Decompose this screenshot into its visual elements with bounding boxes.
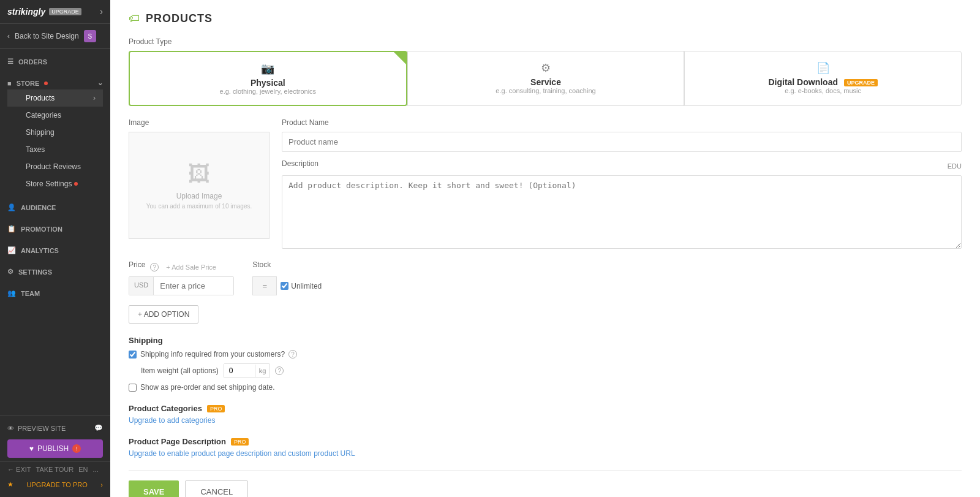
preview-label: PREVIEW SITE [18,425,66,432]
bottom-actions: SAVE CANCEL [129,470,962,497]
sidebar-item-taxes[interactable]: Taxes [7,141,103,158]
add-sale-price-link[interactable]: + Add Sale Price [166,264,216,271]
product-type-section: Product Type 📷 Physical e.g. clothing, j… [129,37,962,106]
publish-button[interactable]: ♥ PUBLISH ! [7,439,103,458]
main-content: 🏷 PRODUCTS Product Type 📷 Physical e.g. … [110,0,980,497]
product-page-desc-section: Product Page Description PRO Upgrade to … [129,437,962,458]
tag-icon: 🏷 [129,12,140,25]
publish-label: PUBLISH [37,444,69,453]
stock-equals [252,276,277,295]
unlimited-label: Unlimited [291,282,322,290]
more-icon[interactable]: ... [93,466,99,473]
product-type-digital[interactable]: 📄 Digital Download UPGRADE e.g. e-books,… [684,51,962,106]
nav-section-promotion: 📋 PROMOTION [0,216,110,238]
upload-icon: 🖼 [188,161,210,187]
avatar: S [84,30,96,42]
preorder-checkbox[interactable] [129,384,137,392]
sidebar-item-team[interactable]: 👥 TEAM [7,287,103,300]
weight-input[interactable] [224,364,255,377]
orders-icon: ☰ [7,58,13,66]
shipping-required-checkbox[interactable] [129,351,137,359]
sidebar-collapse-icon[interactable]: › [100,6,103,17]
digital-name: Digital Download UPGRADE [695,77,951,87]
price-help-icon[interactable]: ? [150,263,159,271]
image-label: Image [129,118,270,127]
logo-text: strikingly [7,7,45,17]
shipping-help-icon[interactable]: ? [288,350,297,359]
description-label: Description [282,159,318,168]
product-categories-section: Product Categories PRO Upgrade to add ca… [129,404,962,425]
stock-input-wrapper: Unlimited [252,276,322,295]
weight-help-icon[interactable]: ? [275,366,284,375]
sidebar-item-product-reviews[interactable]: Product Reviews [7,158,103,175]
product-categories-upgrade-link[interactable]: Upgrade to add categories [129,416,215,425]
description-input[interactable] [282,175,962,249]
description-edit-link[interactable]: EDU [948,162,962,170]
shipping-required-label: Shipping info required from your custome… [140,350,285,359]
page-title: PRODUCTS [146,12,213,25]
chevron-left-icon: ‹ [7,32,10,40]
products-chevron-icon: › [93,94,96,102]
product-name-input[interactable] [282,132,962,152]
upgrade-pro-button[interactable]: ★ UPGRADE TO PRO › [0,477,110,492]
add-option-label: + ADD OPTION [138,310,189,319]
publish-badge: ! [72,444,81,453]
service-name: Service [418,77,674,87]
add-option-button[interactable]: + ADD OPTION [129,305,198,324]
unlimited-checkbox-label: Unlimited [281,282,322,290]
price-input-wrapper: USD [129,276,234,295]
sidebar-logo: strikingly UPGRADE [7,7,81,17]
product-type-service[interactable]: ⚙ Service e.g. consulting, training, coa… [407,51,685,106]
form-main-row: Image 🖼 Upload Image You can add a maxim… [129,118,962,251]
take-tour-link[interactable]: TAKE TOUR [36,466,74,473]
add-option-section: + ADD OPTION [129,305,962,324]
nav-section-orders: ☰ ORDERS [0,49,110,70]
star-icon: ★ [7,480,13,488]
digital-desc: e.g. e-books, docs, music [695,87,951,94]
sidebar-item-store-settings[interactable]: Store Settings [7,175,103,192]
product-type-physical[interactable]: 📷 Physical e.g. clothing, jewelry, elect… [129,51,407,106]
save-button[interactable]: SAVE [129,480,179,497]
sidebar: strikingly UPGRADE › ‹ Back to Site Desi… [0,0,110,497]
currency-prefix: USD [129,277,154,295]
upgrade-badge[interactable]: UPGRADE [49,8,81,15]
stock-section: Stock Unlimited [252,260,322,295]
product-page-desc-badge: PRO [231,438,249,446]
sidebar-item-audience[interactable]: 👤 AUDIENCE [7,201,103,214]
product-details-section: Product Name Description EDU [282,118,962,251]
product-type-selector: 📷 Physical e.g. clothing, jewelry, elect… [129,51,962,106]
back-to-site-label: Back to Site Design [15,32,79,40]
shipping-section: Shipping Shipping info required from you… [129,336,962,392]
physical-icon: 📷 [140,62,396,75]
sidebar-item-products[interactable]: Products › [7,89,103,107]
preview-site-button[interactable]: 👁 PREVIEW SITE 💬 [0,420,110,436]
product-type-label: Product Type [129,37,962,46]
cancel-button[interactable]: CANCEL [185,480,248,497]
language-selector[interactable]: EN [78,466,88,473]
unlimited-checkbox[interactable] [281,282,288,290]
product-page-desc-upgrade-link[interactable]: Upgrade to enable product page descripti… [129,449,355,458]
service-icon: ⚙ [418,61,674,75]
preview-icon: 👁 [7,425,14,432]
analytics-icon: 📈 [7,246,16,254]
sidebar-item-orders[interactable]: ☰ ORDERS [7,55,103,68]
weight-row: Item weight (all options) kg ? [129,363,962,378]
nav-section-analytics: 📈 ANALYTICS [0,238,110,259]
sidebar-item-store[interactable]: ■ STORE ⌄ [7,77,103,89]
exit-link[interactable]: ← EXIT [7,466,31,473]
price-input[interactable] [154,277,233,295]
promotion-icon: 📋 [7,225,16,233]
store-sub-nav: Products › Categories Shipping Taxes Pro… [7,89,103,192]
sidebar-item-promotion[interactable]: 📋 PROMOTION [7,222,103,235]
sidebar-item-settings[interactable]: ⚙ SETTINGS [7,265,103,278]
sidebar-item-analytics[interactable]: 📈 ANALYTICS [7,244,103,257]
digital-icon: 📄 [695,61,951,75]
back-to-site-button[interactable]: ‹ Back to Site Design S [0,24,110,49]
orders-label: ORDERS [18,58,47,66]
upgrade-pro-label: UPGRADE TO PRO [27,481,88,488]
nav-section-settings: ⚙ SETTINGS [0,259,110,281]
image-upload-area[interactable]: 🖼 Upload Image You can add a maximum of … [129,132,270,239]
sidebar-item-categories[interactable]: Categories [7,107,103,124]
sidebar-item-shipping[interactable]: Shipping [7,124,103,141]
product-categories-title: Product Categories [129,404,202,413]
